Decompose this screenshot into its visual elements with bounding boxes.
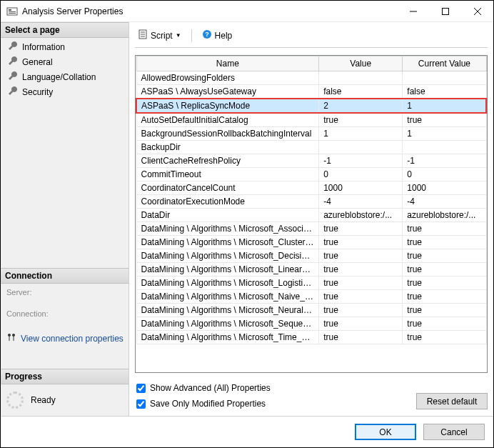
cell-current: true xyxy=(403,331,486,344)
maximize-button[interactable] xyxy=(429,1,461,21)
cell-name: DataMining \ Algorithms \ Microsoft_Asso… xyxy=(136,222,319,236)
cell-name: DataMining \ Algorithms \ Microsoft_Logi… xyxy=(136,277,319,290)
cell-value[interactable]: true xyxy=(319,277,403,290)
properties-grid: Name Value Current Value AllowedBrowsing… xyxy=(136,56,487,344)
svg-rect-1 xyxy=(9,9,11,11)
cell-value[interactable]: 2 xyxy=(319,99,403,113)
cell-name: CoordinatorCancelCount xyxy=(136,181,319,195)
cell-current xyxy=(403,141,486,154)
progress-status: Ready xyxy=(31,395,56,405)
cell-value[interactable]: true xyxy=(319,304,403,317)
cell-name: ASPaaS \ ReplicaSyncMode xyxy=(136,99,319,113)
cell-current: 0 xyxy=(403,168,486,181)
table-row[interactable]: AllowedBrowsingFolders xyxy=(136,71,486,85)
cell-value[interactable]: azureblobstore:/... xyxy=(319,209,403,222)
table-row[interactable]: DataMining \ Algorithms \ Microsoft_Deci… xyxy=(136,249,486,263)
connection-icon xyxy=(6,332,16,344)
cell-value[interactable]: 1 xyxy=(319,127,403,141)
cell-current: false xyxy=(403,85,486,99)
table-row[interactable]: BackgroundSessionRollbackBatchingInterva… xyxy=(136,127,486,141)
table-row[interactable]: BackupDir xyxy=(136,141,486,154)
progress-header: Progress xyxy=(1,369,128,384)
table-row[interactable]: DataMining \ Algorithms \ Microsoft_Naiv… xyxy=(136,290,486,304)
cell-value[interactable]: true xyxy=(319,290,403,304)
cell-current: true xyxy=(403,277,486,290)
svg-rect-2 xyxy=(9,11,16,12)
view-connection-label: View connection properties xyxy=(21,334,123,344)
cell-current: true xyxy=(403,263,486,277)
cell-name: AllowedBrowsingFolders xyxy=(136,71,319,85)
help-label: Help xyxy=(215,31,233,41)
col-header-name[interactable]: Name xyxy=(136,56,319,71)
table-row[interactable]: DataMining \ Algorithms \ Microsoft_Sequ… xyxy=(136,317,486,331)
script-dropdown[interactable]: Script ▼ xyxy=(135,28,184,43)
cell-current: 1000 xyxy=(403,181,486,195)
connection-label: Connection: xyxy=(1,307,128,319)
col-header-value[interactable]: Value xyxy=(319,56,403,71)
table-row[interactable]: DataMining \ Algorithms \ Microsoft_Logi… xyxy=(136,277,486,290)
cell-current xyxy=(403,71,486,85)
cell-name: DataMining \ Algorithms \ Microsoft_Naiv… xyxy=(136,290,319,304)
nav-item-information[interactable]: Information xyxy=(1,39,128,54)
close-button[interactable] xyxy=(461,1,493,21)
table-row[interactable]: ClientCacheRefreshPolicy-1-1 xyxy=(136,154,486,168)
cell-value[interactable]: true xyxy=(319,263,403,277)
table-row[interactable]: AutoSetDefaultInitialCatalogtruetrue xyxy=(136,113,486,127)
save-modified-checkbox[interactable] xyxy=(136,399,146,409)
nav-item-general[interactable]: General xyxy=(1,54,128,69)
progress-spinner-icon xyxy=(6,392,24,409)
cell-current: true xyxy=(403,290,486,304)
table-row[interactable]: ASPaaS \ AlwaysUseGatewayfalsefalse xyxy=(136,85,486,99)
table-row[interactable]: ASPaaS \ ReplicaSyncMode21 xyxy=(136,99,486,113)
nav-item-label: General xyxy=(22,57,53,67)
cell-value[interactable]: 0 xyxy=(319,168,403,181)
cell-name: CommitTimeout xyxy=(136,168,319,181)
cell-current: 1 xyxy=(403,99,486,113)
cell-value[interactable]: -1 xyxy=(319,154,403,168)
table-row[interactable]: DataMining \ Algorithms \ Microsoft_Asso… xyxy=(136,222,486,236)
wrench-icon xyxy=(8,56,18,68)
nav-item-security[interactable]: Security xyxy=(1,84,128,99)
table-row[interactable]: DataMining \ Algorithms \ Microsoft_Clus… xyxy=(136,236,486,249)
connection-header: Connection xyxy=(1,268,128,284)
nav-item-language-collation[interactable]: Language/Collation xyxy=(1,69,128,84)
cell-name: DataMining \ Algorithms \ Microsoft_Sequ… xyxy=(136,317,319,331)
cell-value[interactable]: true xyxy=(319,249,403,263)
titlebar: Analysis Server Properties xyxy=(1,1,493,22)
cell-value[interactable]: false xyxy=(319,85,403,99)
help-icon: ? xyxy=(202,29,212,41)
svg-text:?: ? xyxy=(205,31,209,38)
cell-value[interactable] xyxy=(319,71,403,85)
view-connection-properties-link[interactable]: View connection properties xyxy=(1,328,128,346)
cancel-button[interactable]: Cancel xyxy=(423,424,485,440)
cell-name: ClientCacheRefreshPolicy xyxy=(136,154,319,168)
table-row[interactable]: DataDirazureblobstore:/...azureblobstore… xyxy=(136,209,486,222)
properties-grid-scroll[interactable]: Name Value Current Value AllowedBrowsing… xyxy=(135,55,488,373)
table-row[interactable]: DataMining \ Algorithms \ Microsoft_Time… xyxy=(136,331,486,344)
cell-value[interactable]: true xyxy=(319,317,403,331)
table-row[interactable]: CoordinatorCancelCount10001000 xyxy=(136,181,486,195)
show-advanced-checkbox[interactable] xyxy=(136,384,146,393)
cell-value[interactable]: -4 xyxy=(319,195,403,209)
cell-value[interactable]: true xyxy=(319,222,403,236)
table-row[interactable]: DataMining \ Algorithms \ Microsoft_Line… xyxy=(136,263,486,277)
cell-value[interactable]: true xyxy=(319,236,403,249)
cell-value[interactable]: true xyxy=(319,331,403,344)
cell-current: true xyxy=(403,317,486,331)
cell-value[interactable]: 1000 xyxy=(319,181,403,195)
ok-button[interactable]: OK xyxy=(355,424,416,440)
cell-name: DataMining \ Algorithms \ Microsoft_Neur… xyxy=(136,304,319,317)
cell-current: azureblobstore:/... xyxy=(403,209,486,222)
table-row[interactable]: CoordinatorExecutionMode-4-4 xyxy=(136,195,486,209)
table-row[interactable]: DataMining \ Algorithms \ Microsoft_Neur… xyxy=(136,304,486,317)
help-button[interactable]: ? Help xyxy=(199,28,236,43)
left-panel: Select a page InformationGeneralLanguage… xyxy=(1,22,129,416)
cell-value[interactable] xyxy=(319,141,403,154)
reset-default-button[interactable]: Reset default xyxy=(416,393,488,409)
minimize-button[interactable] xyxy=(397,1,429,21)
cell-value[interactable]: true xyxy=(319,113,403,127)
table-row[interactable]: CommitTimeout00 xyxy=(136,168,486,181)
show-advanced-label: Show Advanced (All) Properties xyxy=(150,383,271,393)
cell-name: DataDir xyxy=(136,209,319,222)
col-header-current[interactable]: Current Value xyxy=(403,56,486,71)
